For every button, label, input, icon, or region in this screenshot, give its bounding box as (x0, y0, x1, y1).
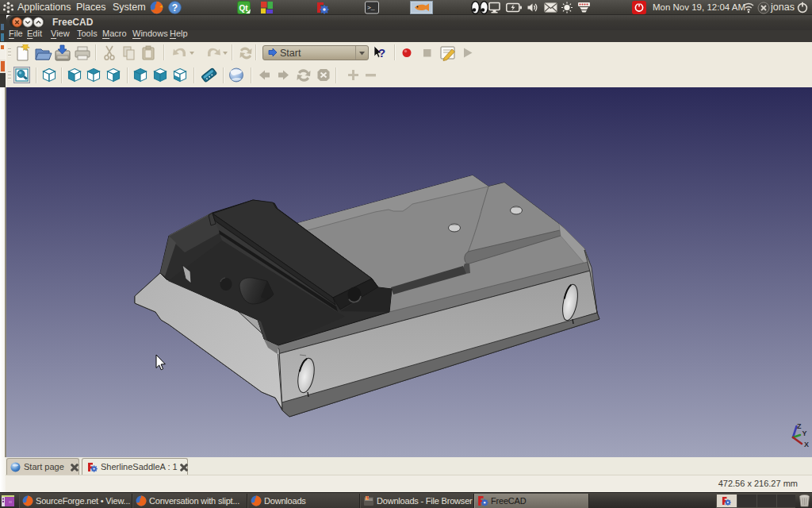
svg-text:Y: Y (802, 429, 807, 437)
svg-text:?: ? (172, 2, 178, 13)
svg-text:Z: Z (797, 422, 802, 430)
svg-text:Start: Start (280, 48, 301, 59)
svg-text:>_: >_ (367, 4, 375, 11)
svg-text:X: X (804, 441, 809, 448)
svg-text:Qt: Qt (239, 4, 248, 13)
svg-text:?: ? (378, 46, 385, 60)
